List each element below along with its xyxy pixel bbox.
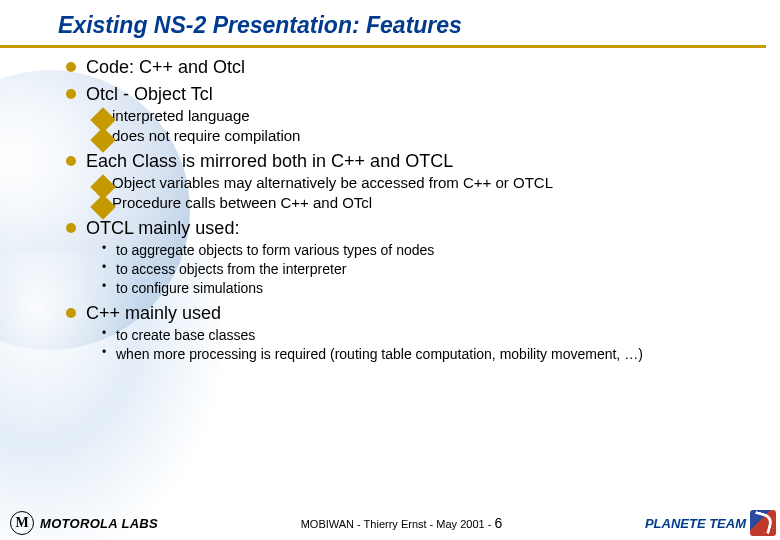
sub-sub-item: when more processing is required (routin… — [116, 345, 740, 363]
slide-title: Existing NS-2 Presentation: Features — [0, 0, 766, 48]
slide-footer: M MOTOROLA LABS MOBIWAN - Thierry Ernst … — [0, 506, 780, 540]
bullet-text: Otcl - Object Tcl — [86, 84, 213, 104]
slide-content: Existing NS-2 Presentation: Features Cod… — [0, 0, 780, 363]
bullet-text: OTCL mainly used: — [86, 218, 239, 238]
sub-item: Object variables may alternatively be ac… — [112, 174, 740, 193]
bullet-item: OTCL mainly used: to aggregate objects t… — [86, 217, 740, 298]
sub-sub-item: to configure simulations — [116, 279, 740, 297]
bullet-item: Each Class is mirrored both in C++ and O… — [86, 150, 740, 213]
sub-sub-item: to aggregate objects to form various typ… — [116, 241, 740, 259]
sub-item: interpreted language — [112, 107, 740, 126]
page-number: 6 — [494, 515, 502, 531]
bullet-text: C++ mainly used — [86, 303, 221, 323]
inria-icon — [750, 510, 776, 536]
bullet-item: Otcl - Object Tcl interpreted language d… — [86, 83, 740, 146]
footer-center: MOBIWAN - Thierry Ernst - May 2001 - 6 — [158, 515, 645, 531]
planete-label: PLANETE TEAM — [645, 516, 746, 531]
sub-list: Object variables may alternatively be ac… — [86, 174, 740, 213]
sub-item: Procedure calls between C++ and OTcl — [112, 194, 740, 213]
sub-sub-list: to aggregate objects to form various typ… — [86, 241, 740, 298]
footer-caption: MOBIWAN - Thierry Ernst - May 2001 - — [301, 518, 495, 530]
sub-item: does not require compilation — [112, 127, 740, 146]
sub-list: interpreted language does not require co… — [86, 107, 740, 146]
footer-right: PLANETE TEAM — [645, 510, 780, 536]
bullet-item: C++ mainly used to create base classes w… — [86, 302, 740, 364]
motorola-text: MOTOROLA LABS — [40, 516, 158, 531]
bullet-list: Code: C++ and Otcl Otcl - Object Tcl int… — [0, 56, 780, 363]
sub-sub-item: to access objects from the interpreter — [116, 260, 740, 278]
bullet-text: Each Class is mirrored both in C++ and O… — [86, 151, 453, 171]
sub-sub-list: to create base classes when more process… — [86, 326, 740, 363]
motorola-icon: M — [10, 511, 34, 535]
bullet-item: Code: C++ and Otcl — [86, 56, 740, 79]
motorola-logo: M MOTOROLA LABS — [0, 511, 158, 535]
sub-sub-item: to create base classes — [116, 326, 740, 344]
